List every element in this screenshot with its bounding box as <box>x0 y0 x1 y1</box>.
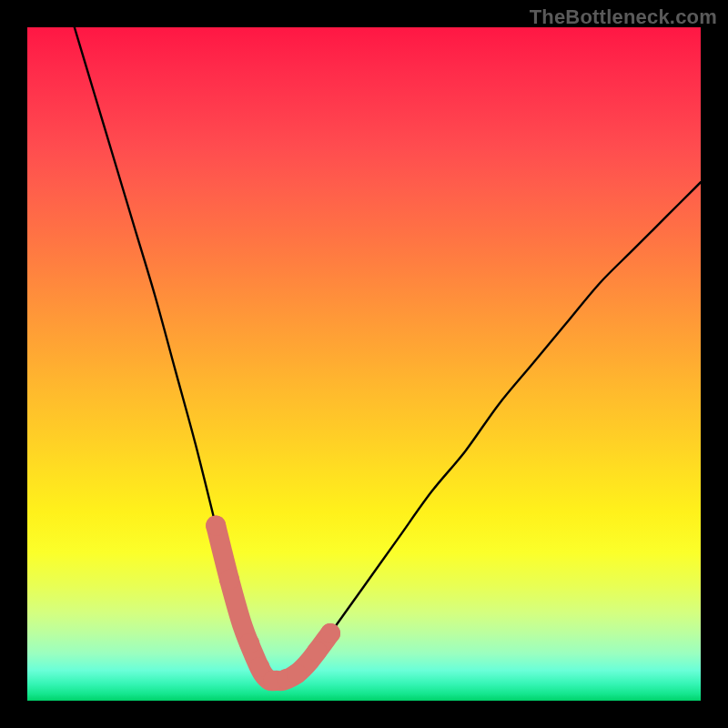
bottleneck-curve <box>75 27 701 681</box>
chart-frame: TheBottleneck.com <box>0 0 728 728</box>
plot-area <box>27 27 701 701</box>
optimal-marker-dot <box>287 663 307 683</box>
optimal-marker-dot <box>307 642 327 662</box>
optimal-marker-dot <box>219 570 239 590</box>
watermark-text: TheBottleneck.com <box>530 5 717 29</box>
optimal-marker-dot <box>320 623 340 643</box>
optimal-marker-dot <box>206 516 226 536</box>
optimal-marker-dot <box>239 633 259 653</box>
chart-svg <box>27 27 701 701</box>
